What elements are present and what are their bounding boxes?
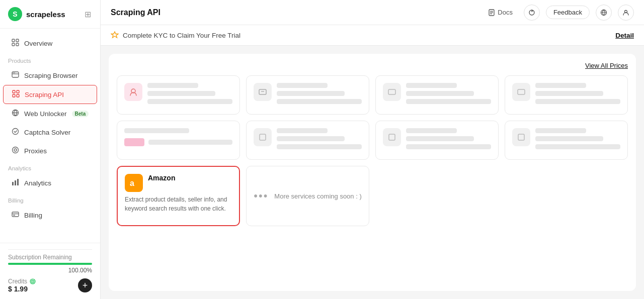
card-line — [277, 83, 328, 88]
card-line — [535, 136, 603, 141]
user-icon-button[interactable] — [618, 5, 634, 21]
card-line — [277, 128, 328, 133]
card-line — [406, 144, 491, 149]
more-services-content: ••• More services coming soon : ) — [254, 173, 362, 219]
card-line — [535, 91, 603, 96]
sidebar-item-proxies[interactable]: Proxies — [3, 142, 97, 160]
sidebar-web-unlocker-label: Web Unlocker — [24, 110, 67, 118]
main-content: Scraping API Docs Feedback Complete KYC … — [101, 0, 644, 299]
service-card-1[interactable] — [117, 75, 240, 115]
svg-text:a: a — [130, 179, 134, 187]
card-line — [277, 136, 345, 141]
svg-rect-30 — [259, 89, 266, 94]
svg-rect-18 — [17, 179, 19, 185]
amazon-card-content: a Amazon Extract product details, seller… — [125, 174, 232, 213]
card-line — [277, 91, 345, 96]
svg-rect-36 — [518, 134, 524, 140]
card-line — [277, 144, 362, 149]
sidebar-analytics-label: Analytics — [24, 179, 51, 187]
subscription-fill — [8, 263, 92, 265]
svg-rect-0 — [12, 39, 15, 42]
card-line — [147, 99, 232, 104]
card-line — [406, 83, 457, 88]
docs-label: Docs — [498, 9, 513, 16]
card-line — [148, 140, 232, 145]
card-line — [406, 136, 474, 141]
service-card-4[interactable] — [505, 75, 628, 115]
scraping-api-icon — [12, 90, 20, 99]
page-title: Scraping API — [111, 8, 475, 17]
svg-rect-34 — [260, 134, 266, 140]
svg-point-13 — [12, 129, 18, 135]
svg-rect-2 — [12, 43, 15, 46]
card-1-lines — [147, 83, 232, 107]
sync-icon-button[interactable] — [524, 5, 540, 21]
sidebar-captcha-label: Captcha Solver — [24, 129, 70, 136]
scraping-browser-icon — [11, 71, 19, 80]
topbar: Scraping API Docs Feedback — [101, 0, 644, 25]
subscription-bar — [8, 263, 92, 265]
service-card-3[interactable] — [375, 75, 499, 115]
proxies-icon — [11, 146, 19, 155]
card-4-icon — [512, 83, 530, 101]
docs-button[interactable]: Docs — [483, 6, 518, 19]
sidebar: S scrapeless ⊞ Overview Products Scrapin… — [0, 0, 101, 299]
card-line — [535, 99, 620, 104]
svg-point-15 — [12, 147, 18, 153]
more-services-text: More services coming soon : ) — [274, 192, 361, 200]
svg-rect-17 — [15, 180, 16, 185]
kyc-detail-link[interactable]: Detail — [615, 32, 634, 39]
more-dots-icon: ••• — [254, 189, 268, 203]
sidebar-item-web-unlocker[interactable]: Web Unlocker Beta — [3, 105, 97, 123]
card-7-icon — [383, 128, 401, 146]
web-unlocker-icon — [11, 109, 19, 118]
billing-section-label: Billing — [0, 192, 100, 206]
sidebar-item-billing[interactable]: Billing — [3, 206, 97, 224]
sidebar-item-scraping-browser[interactable]: Scraping Browser — [3, 66, 97, 84]
subscription-pct: 100.00% — [8, 267, 92, 274]
amazon-card[interactable]: a Amazon Extract product details, seller… — [117, 166, 240, 226]
svg-rect-11 — [17, 94, 19, 97]
card-line — [406, 128, 457, 133]
service-card-8[interactable] — [505, 121, 628, 160]
credits-info: Credits $ 1.99 — [8, 278, 36, 293]
card-6-lines — [277, 128, 362, 152]
view-all-prices-link[interactable]: View All Prices — [585, 62, 628, 69]
amazon-title: Amazon — [148, 174, 175, 182]
sidebar-item-analytics[interactable]: Analytics — [3, 174, 97, 192]
overview-icon — [11, 39, 19, 48]
more-services-card[interactable]: ••• More services coming soon : ) — [246, 166, 369, 226]
sidebar-proxies-label: Proxies — [24, 147, 47, 155]
svg-rect-33 — [518, 89, 525, 94]
cards-container: View All Prices — [109, 54, 636, 291]
sidebar-toggle-button[interactable]: ⊞ — [84, 9, 92, 20]
amazon-card-header: a Amazon — [125, 174, 232, 192]
service-card-7[interactable] — [375, 121, 499, 160]
amazon-title-block: Amazon — [148, 174, 175, 182]
globe-icon-button[interactable] — [596, 5, 612, 21]
sidebar-item-overview[interactable]: Overview — [3, 34, 97, 52]
sidebar-nav: Overview Products Scraping Browser Scrap… — [0, 29, 100, 243]
topbar-actions: Docs Feedback — [483, 5, 634, 21]
logo-text: scrapeless — [26, 10, 65, 19]
cards-row-3: a Amazon Extract product details, seller… — [117, 166, 628, 226]
service-card-2[interactable] — [246, 75, 369, 115]
card-3-icon — [383, 83, 401, 101]
sidebar-billing-label: Billing — [24, 212, 42, 219]
service-card-5[interactable] — [117, 121, 240, 160]
view-all-row: View All Prices — [117, 62, 628, 69]
service-card-6[interactable] — [246, 121, 369, 160]
card-8-lines — [535, 128, 620, 152]
feedback-button[interactable]: Feedback — [546, 6, 590, 19]
card-line — [535, 144, 620, 149]
billing-icon — [11, 211, 19, 220]
kyc-icon — [111, 31, 119, 39]
add-credits-button[interactable]: + — [78, 278, 92, 292]
svg-rect-16 — [12, 182, 14, 185]
sidebar-item-scraping-api[interactable]: Scraping API — [3, 85, 97, 104]
credits-amount: $ 1.99 — [8, 285, 36, 293]
amazon-description: Extract product details, seller info, an… — [125, 195, 232, 213]
card-3-lines — [406, 83, 491, 107]
sidebar-item-captcha-solver[interactable]: Captcha Solver — [3, 123, 97, 141]
svg-point-6 — [13, 72, 14, 73]
